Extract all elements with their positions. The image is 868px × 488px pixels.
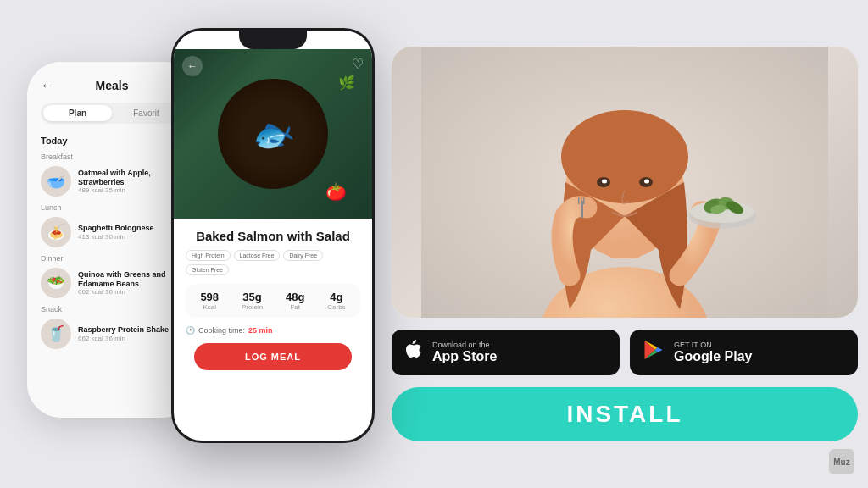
app-store-bottom-line: App Store	[432, 349, 497, 364]
cooking-time-label: Cooking time:	[198, 326, 245, 335]
tag-gluten-free: Gluten Free	[186, 264, 229, 275]
meal-name-dinner: Quinoa with Greens and Edamame Beans	[78, 270, 183, 289]
apple-icon	[403, 338, 424, 367]
protein-value: 35g	[242, 291, 263, 303]
cooking-time-value: 25 min	[248, 326, 273, 335]
person-illustration	[392, 47, 858, 318]
tag-lactose-free: Lactose Free	[234, 250, 281, 261]
meal-name-lunch: Spaghetti Bolognese	[78, 224, 154, 233]
watermark: Muz	[829, 449, 854, 474]
tag-high-protein: High Protein	[186, 250, 231, 261]
meal-icon-lunch: 🍝	[41, 217, 71, 247]
meal-name-breakfast: Oatmeal with Apple, Strawberries	[78, 169, 183, 187]
meal-meta-snack: 662 kcal 36 min	[78, 335, 169, 342]
main-container: ← Meals Plan Favorit Today Breakfast 🥣 O…	[10, 11, 858, 477]
google-play-icon	[642, 338, 665, 367]
app-store-text: Download on the App Store	[432, 341, 497, 364]
svg-rect-10	[578, 197, 580, 204]
kcal-label: Kcal	[200, 303, 219, 311]
phones-section: ← Meals Plan Favorit Today Breakfast 🥣 O…	[10, 11, 375, 477]
snack-label: Snack	[41, 305, 183, 313]
tags-row: High Protein Lactose Free Dairy Free Glu…	[186, 250, 360, 275]
food-name: Baked Salmon with Salad	[186, 229, 360, 243]
meals-title: Meals	[96, 79, 129, 92]
meal-item-dinner: 🥗 Quinoa with Greens and Edamame Beans 6…	[41, 268, 183, 298]
meal-item-breakfast: 🥣 Oatmeal with Apple, Strawberries 489 k…	[41, 166, 183, 197]
food-image: ← ♡ 🐟 🍅 🌿	[174, 49, 372, 219]
lunch-label: Lunch	[41, 203, 183, 212]
carbs-value: 4g	[327, 291, 345, 303]
meal-item-lunch: 🍝 Spaghetti Bolognese 413 kcal 30 min	[41, 217, 183, 247]
app-store-top-line: Download on the	[432, 341, 497, 349]
meal-name-snack: Raspberry Protein Shake	[78, 325, 169, 335]
tomato-emoji: 🍅	[326, 181, 347, 202]
fat-label: Fat	[286, 303, 304, 311]
install-button[interactable]: INSTALL	[392, 387, 858, 441]
svg-point-4	[561, 110, 688, 203]
dinner-label: Dinner	[41, 254, 183, 263]
food-emoji: 🐟	[248, 109, 298, 158]
tab-plan[interactable]: Plan	[43, 105, 112, 121]
clock-icon: 🕐	[186, 326, 195, 335]
meal-meta-breakfast: 489 kcal 35 min	[78, 186, 183, 194]
meal-meta-dinner: 662 kcal 36 min	[78, 288, 183, 296]
svg-point-7	[602, 180, 607, 184]
google-play-text: GET IT ON Google Play	[674, 341, 752, 364]
store-buttons: Download on the App Store GET IT ON Goog…	[392, 330, 858, 375]
nutrition-row: 598 Kcal 35g Protein 48g Fat 4g	[186, 284, 360, 318]
tab-favorit[interactable]: Favorit	[112, 105, 181, 121]
right-section: Download on the App Store GET IT ON Goog…	[392, 11, 858, 477]
favorite-icon[interactable]: ♡	[352, 56, 364, 72]
tag-dairy-free: Dairy Free	[283, 250, 323, 261]
protein-label: Protein	[242, 303, 263, 311]
kcal-value: 598	[200, 291, 219, 303]
person-placeholder	[392, 47, 858, 318]
back-arrow-icon[interactable]: ←	[41, 78, 54, 93]
food-back-btn[interactable]: ←	[182, 56, 203, 76]
svg-point-8	[644, 180, 649, 184]
google-play-bottom-line: Google Play	[674, 349, 752, 364]
nutrition-kcal: 598 Kcal	[200, 291, 219, 311]
food-details: Baked Salmon with Salad High Protein Lac…	[174, 219, 372, 370]
google-play-top-line: GET IT ON	[674, 341, 752, 349]
phone-notch	[239, 30, 307, 49]
today-label: Today	[41, 136, 183, 146]
nutrition-carbs: 4g Carbs	[327, 291, 345, 311]
leaf-emoji: 🌿	[338, 75, 355, 91]
meal-meta-lunch: 413 kcal 30 min	[78, 233, 154, 241]
log-meal-button[interactable]: LOG MEAL	[194, 343, 351, 370]
fat-value: 48g	[286, 291, 304, 303]
food-plate: 🐟	[218, 79, 328, 189]
meal-icon-snack: 🥤	[41, 319, 71, 349]
google-play-button[interactable]: GET IT ON Google Play	[630, 330, 858, 375]
app-store-button[interactable]: Download on the App Store	[392, 330, 620, 375]
svg-rect-12	[583, 197, 585, 204]
person-card	[392, 47, 858, 318]
svg-rect-11	[581, 197, 582, 204]
cooking-time: 🕐 Cooking time: 25 min	[186, 326, 360, 335]
meal-item-snack: 🥤 Raspberry Protein Shake 662 kcal 36 mi…	[41, 319, 183, 349]
install-button-text: INSTALL	[566, 401, 682, 427]
meal-icon-breakfast: 🥣	[41, 166, 71, 197]
meal-icon-dinner: 🥗	[41, 268, 71, 298]
nutrition-protein: 35g Protein	[242, 291, 263, 311]
carbs-label: Carbs	[327, 303, 345, 311]
phone-front: ← ♡ 🐟 🍅 🌿 Baked Salmon with Salad High P…	[171, 28, 375, 443]
tabs-row: Plan Favorit	[41, 103, 183, 124]
breakfast-label: Breakfast	[41, 152, 183, 161]
nutrition-fat: 48g Fat	[286, 291, 304, 311]
